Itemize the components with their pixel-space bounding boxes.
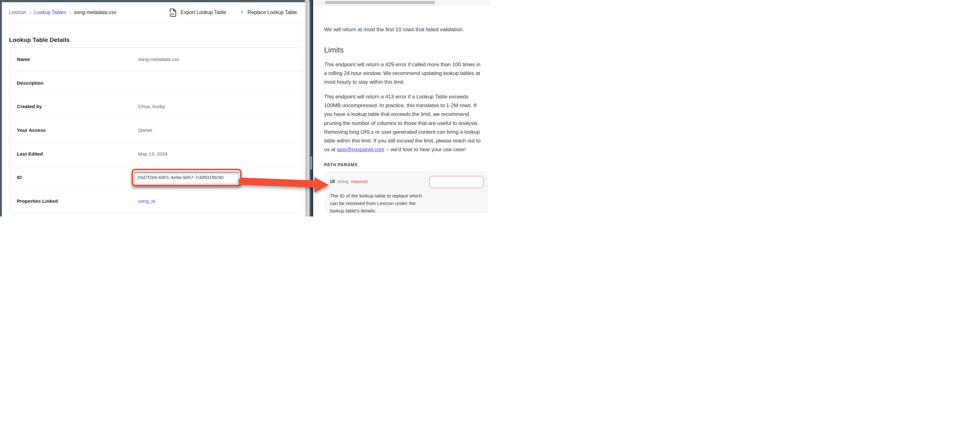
detail-row-last-edited: Last Edited May 13, 2024 xyxy=(10,142,302,166)
breadcrumb-lexicon-link[interactable]: Lexicon xyxy=(9,10,26,15)
detail-row-name: Name song-metadata.csv xyxy=(10,48,302,71)
param-name: id xyxy=(330,178,335,185)
param-signature: id string required xyxy=(330,178,368,185)
detail-label: Name xyxy=(17,57,30,62)
detail-label: ID xyxy=(17,175,22,180)
window-gap-divider xyxy=(309,0,313,216)
path-params-heading: PATH PARAMS xyxy=(324,162,358,167)
lookup-table-id-field[interactable]: 25d7f2b6-6901-4e8a-9457-7cbf931f8c90 xyxy=(134,172,239,183)
id-param-input[interactable] xyxy=(430,176,484,188)
detail-value: May 13, 2024 xyxy=(138,151,167,157)
detail-row-id: ID 25d7f2b6-6901-4e8a-9457-7cbf931f8c90 xyxy=(10,166,302,189)
limits-heading: Limits xyxy=(324,46,344,54)
detail-label: Created by xyxy=(17,104,42,109)
lexicon-window: Lexicon › Lookup Tables › song-metadata.… xyxy=(2,2,305,216)
apis-mixpanel-email-link[interactable]: apis@mixpanel.com xyxy=(337,146,384,153)
limits-paragraph-2: This endpoint will return a 413 error if… xyxy=(324,92,484,154)
upload-arrow-icon: ↑ xyxy=(240,9,244,16)
detail-label: Properties Linked xyxy=(17,198,58,204)
replace-button-label: Replace Lookup Table xyxy=(248,10,297,15)
detail-row-your-access: Your Access Owner xyxy=(10,118,302,142)
path-param-card: id string required The ID of the lookup … xyxy=(325,172,487,213)
song-id-property-link[interactable]: song_id xyxy=(138,198,155,204)
docs-intro-text: We will return at most the first 10 rows… xyxy=(324,25,485,34)
replace-lookup-table-button[interactable]: ↑ Replace Lookup Table xyxy=(240,9,297,16)
detail-row-created-by: Created by Chua, Kurby xyxy=(10,95,302,118)
breadcrumb-lookup-tables-link[interactable]: Lookup Tables xyxy=(34,10,66,15)
page-title: Lookup Table Details xyxy=(9,37,70,43)
detail-value: Chua, Kurby xyxy=(138,104,165,109)
breadcrumb-separator-icon: › xyxy=(29,10,31,15)
detail-label: Description xyxy=(17,80,43,86)
export-button-label: Export Lookup Table xyxy=(181,10,226,15)
param-required-badge: required xyxy=(351,179,368,184)
desktop-top-strip xyxy=(0,0,313,2)
detail-value: song-metadata.csv xyxy=(138,57,179,62)
docs-hscrollbar-thumb[interactable] xyxy=(325,1,435,4)
docs-hscrollbar-track[interactable] xyxy=(313,0,490,5)
limits-paragraph-2-text: This endpoint will return a 413 error if… xyxy=(324,94,480,153)
param-type: string xyxy=(337,179,348,184)
detail-row-properties-linked: Properties Linked song_id xyxy=(10,189,302,213)
limits-paragraph-1: This endpoint will return a 429 error if… xyxy=(324,60,484,86)
limits-paragraph-2-tail: -- we'd love to hear your use case! xyxy=(384,146,466,153)
detail-row-description: Description xyxy=(10,71,302,95)
api-docs-window: We will return at most the first 10 rows… xyxy=(313,0,490,216)
detail-label: Your Access xyxy=(17,127,46,133)
lookup-table-details-card: Name song-metadata.csv Description Creat… xyxy=(10,48,302,213)
detail-value: Owner xyxy=(138,127,153,133)
lexicon-toolbar: csv Export Lookup Table ↑ Replace Lookup… xyxy=(169,2,297,23)
right-window-scrollbar-thumb[interactable] xyxy=(310,156,312,170)
export-lookup-table-button[interactable]: csv Export Lookup Table xyxy=(169,8,226,17)
svg-text:csv: csv xyxy=(170,12,174,15)
detail-label: Last Edited xyxy=(17,151,43,157)
breadcrumb-current-item: song-metadata.csv xyxy=(74,10,116,15)
breadcrumb: Lexicon › Lookup Tables › song-metadata.… xyxy=(9,2,116,23)
left-window-scrollbar-track[interactable] xyxy=(305,0,309,216)
param-description: The ID of the lookup table to replace wh… xyxy=(330,192,424,215)
lexicon-header: Lexicon › Lookup Tables › song-metadata.… xyxy=(2,2,305,23)
csv-file-icon: csv xyxy=(169,8,177,17)
breadcrumb-separator-icon: › xyxy=(69,10,71,15)
